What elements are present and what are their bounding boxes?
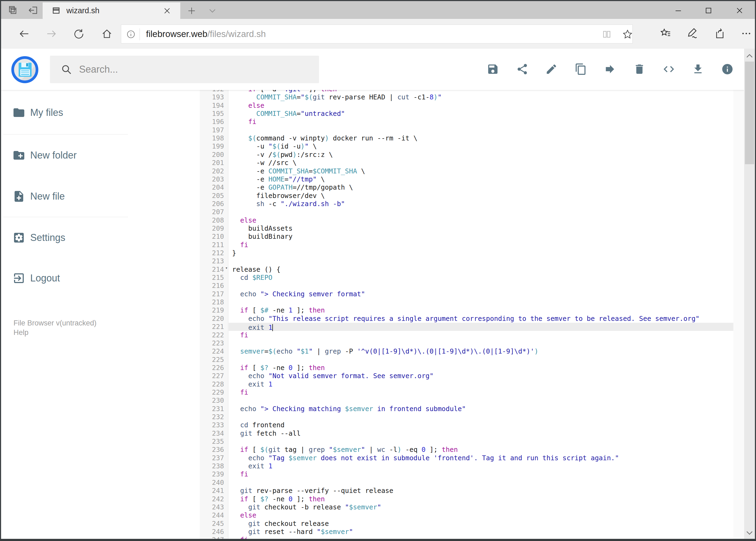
edit-button[interactable] [542,60,561,78]
line-number[interactable]: 233 [200,421,224,429]
line-number[interactable]: 225 [200,356,224,364]
line-number[interactable]: 246 [200,528,224,536]
line-number[interactable]: 192 [200,90,224,93]
sidebar-item-new-folder[interactable]: New folder [1,145,174,166]
page-info-icon[interactable] [126,29,136,39]
line-number[interactable]: 216 [200,282,224,290]
reading-view-icon[interactable] [602,29,612,39]
line-number[interactable]: 241 [200,487,224,495]
home-icon[interactable] [101,28,113,40]
line-number[interactable]: 227 [200,372,224,380]
share-button[interactable] [513,60,531,78]
sidebar-item-settings[interactable]: Settings [1,228,174,248]
line-number[interactable]: 212 [200,249,224,257]
line-number[interactable]: 208 [200,216,224,225]
scroll-down-icon[interactable] [745,529,754,537]
line-number[interactable]: 243 [200,503,224,511]
line-number[interactable]: 242 [200,495,224,503]
line-number[interactable]: 201 [200,159,224,167]
line-number[interactable]: 240 [200,479,224,487]
line-number[interactable]: 205 [200,192,224,200]
forward-icon[interactable] [45,28,57,40]
line-number[interactable]: 224 [200,347,224,355]
line-number[interactable]: 210 [200,233,224,241]
page-scrollbar[interactable] [744,49,755,539]
download-button[interactable] [689,60,707,78]
line-number[interactable]: 209 [200,225,224,233]
line-number[interactable]: 244 [200,511,224,519]
line-number[interactable]: 218 [200,298,224,306]
fold-marker-icon[interactable]: ▾ [225,266,228,270]
line-number[interactable]: 211 [200,241,224,249]
sidebar-item-my-files[interactable]: My files [1,102,174,123]
tab-preview-icon[interactable] [8,5,18,16]
copy-button[interactable] [572,60,590,78]
line-number[interactable]: 198 [200,134,224,142]
line-number[interactable]: 222 [200,331,224,339]
line-number[interactable]: 229 [200,388,224,396]
url-text[interactable]: filebrowser.web/files/wizard.sh [146,25,266,43]
line-number[interactable]: 245 [200,520,224,528]
annotate-pen-icon[interactable] [686,27,699,40]
sidebar-item-new-file[interactable]: New file [1,186,174,207]
line-number[interactable]: 236 [200,446,224,454]
line-number[interactable]: 214 [200,266,224,273]
line-number[interactable]: 220 [200,315,224,323]
line-number[interactable]: 194 [200,102,224,110]
line-number[interactable]: 197 [200,126,224,134]
tab-list-chevron-icon[interactable] [208,8,216,14]
line-number[interactable]: 230 [200,396,224,405]
share-page-icon[interactable] [713,27,726,40]
line-number[interactable]: 207 [200,208,224,216]
line-number[interactable]: 204 [200,184,224,192]
line-number[interactable]: 237 [200,454,224,462]
add-favorite-star-icon[interactable] [622,29,633,40]
set-aside-tabs-icon[interactable] [28,5,39,16]
code-button[interactable] [660,60,678,78]
line-number[interactable]: 217 [200,290,224,298]
line-number[interactable]: 199 [200,142,224,151]
line-number[interactable]: 247 [200,536,224,539]
new-tab-button[interactable] [187,6,196,15]
more-options-icon[interactable] [740,27,753,40]
line-number[interactable]: 219 [200,306,224,314]
browser-tab[interactable]: wizard.sh [43,2,180,19]
address-bar[interactable]: filebrowser.web/files/wizard.sh [121,25,632,44]
window-close-button[interactable] [735,6,744,15]
scrollbar-thumb[interactable] [745,62,754,164]
refresh-icon[interactable] [73,28,85,40]
move-button[interactable] [601,60,619,78]
window-minimize-button[interactable] [674,6,683,15]
filebrowser-logo-icon[interactable] [11,56,38,83]
line-number[interactable]: 215 [200,273,224,282]
info-button[interactable] [718,60,737,78]
line-number[interactable]: 196 [200,118,224,126]
line-number[interactable]: 234 [200,429,224,437]
line-number[interactable]: 239 [200,470,224,478]
line-number[interactable]: 195 [200,110,224,118]
line-number[interactable]: 226 [200,364,224,372]
line-number[interactable]: 202 [200,167,224,175]
search-input[interactable]: Search... [50,56,319,83]
tab-close-icon[interactable] [163,7,170,14]
delete-button[interactable] [630,60,648,78]
line-number[interactable]: 206 [200,200,224,208]
line-number[interactable]: 228 [200,380,224,388]
line-number[interactable]: 223 [200,339,224,347]
line-number[interactable]: 238 [200,462,224,470]
back-icon[interactable] [18,28,30,40]
save-button[interactable] [484,60,502,78]
line-number[interactable]: 221 [200,323,224,331]
line-number[interactable]: 200 [200,151,224,159]
line-number[interactable]: 231 [200,405,224,413]
help-link[interactable]: Help [14,328,29,337]
window-maximize-button[interactable] [704,6,713,15]
line-number[interactable]: 232 [200,413,224,421]
code-editor[interactable]: 1921931941951961971981992002012022032042… [200,90,733,539]
line-number[interactable]: 203 [200,175,224,184]
hub-favorites-icon[interactable] [659,27,672,40]
sidebar-item-logout[interactable]: Logout [1,268,174,288]
scroll-up-icon[interactable] [745,52,754,60]
line-number[interactable]: 193 [200,93,224,101]
line-number[interactable]: 235 [200,437,224,446]
